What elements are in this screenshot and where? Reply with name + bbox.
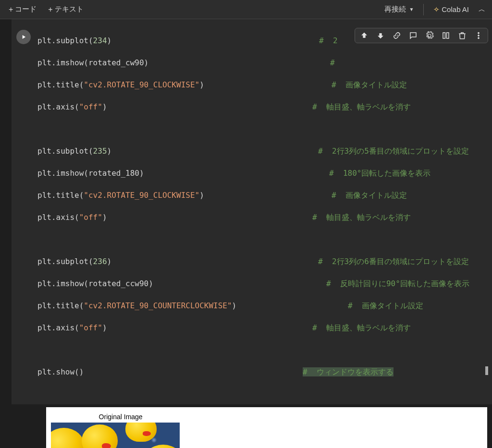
code-comment: # 2	[319, 35, 338, 46]
code-comment: # 反時計回りに90°回転した画像を表示	[326, 278, 469, 289]
code-token: (	[79, 301, 84, 310]
code-comment: # 画像タイトル設定	[332, 79, 407, 90]
code-comment: # 画像タイトル設定	[332, 190, 407, 201]
mirror-icon[interactable]	[442, 31, 450, 40]
code-token: "cv2.ROTATE_90_CLOCKWISE"	[84, 80, 199, 89]
code-token: plt.	[37, 301, 56, 310]
code-token: )	[199, 80, 204, 89]
code-token: imshow	[56, 58, 84, 67]
code-token: title	[56, 301, 79, 310]
move-down-icon[interactable]	[376, 31, 385, 40]
code-token: subplot	[56, 146, 88, 156]
code-token: plt.	[37, 367, 56, 376]
code-comment: # 軸目盛、軸ラベルを消す	[312, 101, 411, 112]
plus-icon: +	[48, 5, 52, 14]
code-token: )	[144, 58, 149, 67]
code-token: plt.	[37, 102, 56, 111]
sparkle-icon: ✧	[433, 5, 440, 14]
delete-icon[interactable]	[458, 31, 467, 40]
code-token: "cv2.ROTATE_90_COUNTERCLOCKWISE"	[84, 301, 232, 310]
code-comment: # 180°回転した画像を表示	[329, 168, 430, 179]
code-token: )	[79, 367, 84, 376]
notebook-body: plt.subplot(234)# 2 plt.imshow(rotated_c…	[0, 19, 492, 448]
code-cell[interactable]: plt.subplot(234)# 2 plt.imshow(rotated_c…	[12, 19, 492, 404]
code-token: plt.	[37, 146, 56, 156]
expand-icon[interactable]: ︿	[476, 2, 488, 17]
notebook-toolbar: + コード + テキスト 再接続 ▼ ✧ Colab AI ︿	[0, 0, 492, 19]
colab-ai-button[interactable]: ✧ Colab AI	[429, 3, 474, 16]
add-text-label: テキスト	[55, 5, 84, 14]
chevron-down-icon: ▼	[409, 7, 414, 12]
reconnect-label: 再接続	[384, 5, 406, 14]
code-token: title	[56, 80, 79, 89]
code-editor[interactable]: plt.subplot(234)# 2 plt.imshow(rotated_c…	[36, 19, 492, 404]
code-token: plt.	[37, 58, 56, 67]
code-comment: # 軸目盛、軸ラベルを消す	[312, 322, 411, 333]
code-token: plt.	[37, 191, 56, 200]
plot-image-original	[51, 423, 180, 448]
plus-icon: +	[9, 5, 13, 14]
code-token: )	[102, 213, 107, 222]
code-token: title	[56, 191, 79, 200]
code-token: imshow	[56, 169, 84, 178]
code-token: (	[74, 323, 79, 332]
code-token: plt.	[37, 80, 56, 89]
code-comment: # 2行3列の6番目の領域にプロットを設定	[318, 256, 469, 267]
code-token: (	[74, 213, 79, 222]
svg-point-0	[478, 32, 480, 34]
code-token: "cv2.ROTATE_90_CLOCKWISE"	[84, 191, 199, 200]
code-token: 234	[93, 36, 107, 45]
toolbar-separator	[423, 4, 424, 15]
code-token: (	[88, 146, 93, 156]
code-token: (	[84, 279, 88, 288]
code-token: axis	[56, 323, 75, 332]
code-comment: # 画像タイトル設定	[348, 300, 423, 311]
code-token: )	[102, 102, 107, 111]
move-up-icon[interactable]	[360, 31, 369, 40]
link-icon[interactable]	[393, 31, 401, 40]
code-token: axis	[56, 213, 75, 222]
code-token: )	[199, 191, 204, 200]
code-comment: #	[330, 57, 335, 68]
code-token: (	[88, 36, 93, 45]
code-token: rotated_cw90	[88, 58, 144, 67]
add-code-cell-button[interactable]: + コード	[4, 3, 41, 16]
code-token: )	[139, 169, 144, 178]
code-token: plt.	[37, 169, 56, 178]
code-token: plt.	[37, 257, 56, 266]
cell-output: Original Image cv2.ROTATE_90_CLOCKWISE	[46, 407, 487, 448]
text-cursor	[485, 366, 488, 375]
code-token: plt.	[37, 213, 56, 222]
code-token: (	[84, 169, 88, 178]
reconnect-button[interactable]: 再接続 ▼	[380, 3, 418, 16]
code-token: plt.	[37, 323, 56, 332]
code-token: (	[79, 191, 84, 200]
code-token: "off"	[79, 102, 102, 111]
comment-icon[interactable]	[409, 31, 418, 40]
code-token: rotated_180	[88, 169, 139, 178]
code-token: show	[56, 367, 75, 376]
code-token: 236	[93, 257, 107, 266]
code-token: imshow	[56, 279, 84, 288]
gear-icon[interactable]	[425, 31, 434, 40]
code-comment: # 軸目盛、軸ラベルを消す	[312, 212, 411, 223]
code-token: "off"	[79, 213, 102, 222]
code-token: )	[107, 146, 112, 156]
add-text-cell-button[interactable]: + テキスト	[43, 3, 88, 16]
svg-point-2	[478, 37, 480, 39]
cell-toolbar	[355, 28, 488, 43]
plot-title-original: Original Image	[56, 413, 185, 421]
code-token: subplot	[56, 257, 88, 266]
code-token: axis	[56, 102, 75, 111]
code-token: (	[79, 80, 84, 89]
code-token: plt.	[37, 36, 56, 45]
svg-point-1	[478, 35, 480, 36]
code-comment: # ウィンドウを表示する	[303, 367, 394, 376]
code-token: (	[88, 257, 93, 266]
add-code-label: コード	[15, 5, 37, 14]
cell-gutter	[12, 19, 36, 404]
more-icon[interactable]	[474, 31, 483, 40]
code-token: plt.	[37, 279, 56, 288]
code-token: (	[84, 58, 88, 67]
run-cell-button[interactable]	[16, 30, 31, 44]
